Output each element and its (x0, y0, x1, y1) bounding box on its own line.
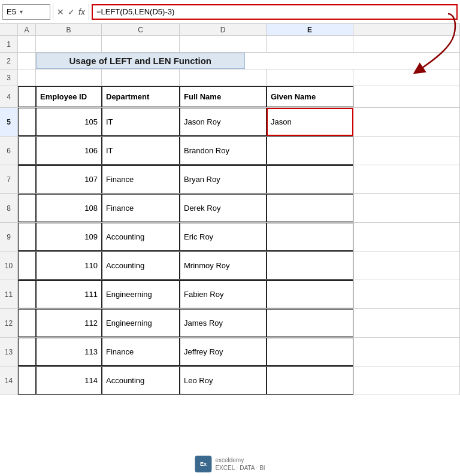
row-7: 7 107 Finance Bryan Roy (0, 165, 460, 194)
row-12: 12 112 Engineerning James Roy (0, 309, 460, 338)
data-rows: 5 105 IT Jason Roy Jason 6 106 IT Brando… (0, 108, 460, 395)
watermark-logo: Ex (195, 456, 211, 472)
cell-a3[interactable] (18, 69, 36, 86)
cell-id-13[interactable]: 113 (36, 338, 102, 366)
formula-icons: ✕ ✓ fx (53, 4, 89, 20)
header-employee-id[interactable]: Employee ID (36, 86, 102, 107)
fx-icon[interactable]: fx (78, 7, 85, 17)
cell-dept-7[interactable]: Finance (102, 165, 180, 193)
cell-id-12[interactable]: 112 (36, 309, 102, 337)
cell-given-10[interactable] (267, 251, 353, 280)
cell-given-8[interactable] (267, 194, 353, 222)
cell-d3[interactable] (180, 69, 267, 86)
cell-dept-6[interactable]: IT (102, 137, 180, 165)
cell-a2[interactable] (18, 53, 36, 69)
cell-id-9[interactable]: 109 (36, 223, 102, 251)
cell-id-8[interactable]: 108 (36, 194, 102, 222)
cell-dept-11[interactable]: Engineerning (102, 280, 180, 308)
row-num-3: 3 (0, 69, 18, 86)
cell-given-11[interactable] (267, 280, 353, 308)
cell-dept-8[interactable]: Finance (102, 194, 180, 222)
cell-name-8[interactable]: Derek Roy (180, 194, 267, 222)
cell-dept-5[interactable]: IT (102, 108, 180, 136)
cell-id-6[interactable]: 106 (36, 137, 102, 165)
row-num-7: 7 (0, 165, 18, 193)
cell-a13[interactable] (18, 338, 36, 366)
col-header-e[interactable]: E (267, 24, 353, 35)
name-box-dropdown[interactable]: ▼ (19, 9, 24, 15)
cell-id-10[interactable]: 110 (36, 251, 102, 280)
cell-given-13[interactable] (267, 338, 353, 366)
sheet-body: 1 2 Usage of LEFT and LEN Function 3 (0, 36, 460, 395)
cell-dept-13[interactable]: Finance (102, 338, 180, 366)
cell-d1[interactable] (180, 36, 267, 52)
header-department[interactable]: Department (102, 86, 180, 107)
header-given-name[interactable]: Given Name (267, 86, 353, 107)
row-4-headers: 4 Employee ID Department Full Name Given… (0, 86, 460, 108)
cell-dept-14[interactable]: Accounting (102, 366, 180, 395)
confirm-icon[interactable]: ✓ (68, 7, 75, 17)
cell-a12[interactable] (18, 309, 36, 337)
row-num-4: 4 (0, 86, 18, 107)
cell-e1[interactable] (267, 36, 353, 52)
cell-e3[interactable] (267, 69, 353, 86)
cell-id-7[interactable]: 107 (36, 165, 102, 193)
col-header-c[interactable]: C (102, 24, 180, 35)
cell-name-7[interactable]: Bryan Roy (180, 165, 267, 193)
cell-given-5[interactable]: Jason (267, 108, 353, 136)
cell-b1[interactable] (36, 36, 102, 52)
cell-a7[interactable] (18, 165, 36, 193)
row-1: 1 (0, 36, 460, 53)
cell-a5[interactable] (18, 108, 36, 136)
cell-c1[interactable] (102, 36, 180, 52)
cell-b3[interactable] (36, 69, 102, 86)
cell-given-14[interactable] (267, 366, 353, 395)
row-num-12: 12 (0, 309, 18, 337)
cell-a6[interactable] (18, 137, 36, 165)
cell-given-12[interactable] (267, 309, 353, 337)
cell-name-12[interactable]: James Roy (180, 309, 267, 337)
cell-given-9[interactable] (267, 223, 353, 251)
cell-a4[interactable] (18, 86, 36, 107)
cell-a8[interactable] (18, 194, 36, 222)
cell-id-5[interactable]: 105 (36, 108, 102, 136)
cell-name-5[interactable]: Jason Roy (180, 108, 267, 136)
row-5: 5 105 IT Jason Roy Jason (0, 108, 460, 137)
cell-name-11[interactable]: Fabien Roy (180, 280, 267, 308)
row-num-8: 8 (0, 194, 18, 222)
cell-dept-9[interactable]: Accounting (102, 223, 180, 251)
cell-dept-10[interactable]: Accounting (102, 251, 180, 280)
cell-a10[interactable] (18, 251, 36, 280)
cell-rest-1 (353, 36, 460, 52)
row-10: 10 110 Accounting Mrinmoy Roy (0, 251, 460, 280)
formula-input[interactable]: =LEFT(D5,LEN(D5)-3) (92, 4, 458, 20)
cell-name-13[interactable]: Jeffrey Roy (180, 338, 267, 366)
name-box-value: E5 (7, 7, 16, 16)
cell-name-10[interactable]: Mrinmoy Roy (180, 251, 267, 280)
cancel-icon[interactable]: ✕ (57, 7, 64, 17)
cell-name-9[interactable]: Eric Roy (180, 223, 267, 251)
row-num-10: 10 (0, 251, 18, 280)
row-8: 8 108 Finance Derek Roy (0, 194, 460, 223)
cell-c3[interactable] (102, 69, 180, 86)
cell-a11[interactable] (18, 280, 36, 308)
name-box[interactable]: E5 ▼ (2, 4, 50, 20)
cell-id-11[interactable]: 111 (36, 280, 102, 308)
cell-id-14[interactable]: 114 (36, 366, 102, 395)
watermark-text: exceldemy EXCEL · DATA · BI (215, 456, 265, 472)
header-full-name[interactable]: Full Name (180, 86, 267, 107)
cell-a9[interactable] (18, 223, 36, 251)
cell-a1[interactable] (18, 36, 36, 52)
col-header-b[interactable]: B (36, 24, 102, 35)
cell-a14[interactable] (18, 366, 36, 395)
cell-name-14[interactable]: Leo Roy (180, 366, 267, 395)
page-wrapper: E5 ▼ ✕ ✓ fx =LEFT(D5,LEN(D5)-3) A B C D … (0, 0, 460, 476)
cell-name-6[interactable]: Brandon Roy (180, 137, 267, 165)
title-cell: Usage of LEFT and LEN Function (36, 53, 245, 69)
cell-dept-12[interactable]: Engineerning (102, 309, 180, 337)
col-header-d[interactable]: D (180, 24, 267, 35)
cell-given-7[interactable] (267, 165, 353, 193)
col-header-a[interactable]: A (18, 24, 36, 35)
cell-given-6[interactable] (267, 137, 353, 165)
row-num-9: 9 (0, 223, 18, 251)
